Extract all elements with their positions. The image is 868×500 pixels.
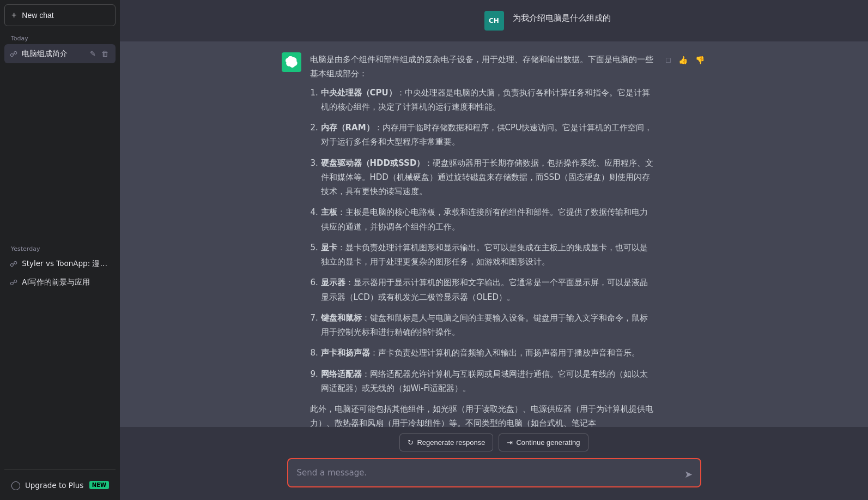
send-button[interactable]: ➤ [682, 466, 695, 483]
list-item: 显示器：显示器用于显示计算机的图形和文字输出。它通常是一个平面显示屏，可以是液晶… [321, 275, 655, 304]
continue-button[interactable]: ⇥ Continue generating [499, 433, 588, 451]
user-avatar: CH [484, 11, 504, 31]
delete-button[interactable]: 🗑 [100, 49, 110, 59]
input-row: ➤ [287, 458, 701, 490]
user-message-content: 为我介绍电脑是什么组成的 [513, 11, 707, 25]
sidebar-item-label: 电脑组成简介 [22, 49, 84, 59]
edit-button[interactable]: ✎ [88, 49, 98, 59]
chat-icon-ai: ☍ [10, 278, 17, 287]
sidebar-bottom: ◯ Upgrade to Plus NEW [4, 469, 116, 496]
list-item: 键盘和鼠标：键盘和鼠标是人与电脑之间的主要输入设备。键盘用于输入文字和命令，鼠标… [321, 311, 655, 340]
sidebar-item-ai-writing[interactable]: ☍ AI写作的前景与应用 [4, 273, 116, 292]
plus-icon: + [11, 10, 16, 20]
upgrade-button[interactable]: ◯ Upgrade to Plus NEW [4, 474, 116, 496]
list-item: 中央处理器（CPU）：中央处理器是电脑的大脑，负责执行各种计算任务和指令。它是计… [321, 86, 655, 115]
user-row-inner: CH 为我介绍电脑是什么组成的 [282, 11, 707, 31]
new-chat-button[interactable]: + New chat [4, 4, 116, 26]
sidebar-item-dian-nao[interactable]: ☍ 电脑组成简介 ✎ 🗑 [4, 44, 116, 63]
regen-icon: ↻ [408, 438, 414, 447]
list-item: 网络适配器：网络适配器允许计算机与互联网或局域网进行通信。它可以是有线的（如以太… [321, 367, 655, 396]
sidebar: + New chat Today ☍ 电脑组成简介 ✎ 🗑 Yesterday … [0, 0, 120, 500]
user-icon: ◯ [11, 480, 21, 490]
copy-button[interactable]: □ [664, 53, 672, 67]
chat-icon: ☍ [10, 50, 17, 58]
ai-list: 中央处理器（CPU）：中央处理器是电脑的大脑，负责执行各种计算任务和指令。它是计… [310, 86, 655, 396]
thumbs-up-button[interactable]: 👍 [676, 53, 690, 67]
today-label: Today [4, 31, 116, 44]
list-item: 声卡和扬声器：声卡负责处理计算机的音频输入和输出，而扬声器用于播放声音和音乐。 [321, 346, 655, 360]
bottom-bar: ↻ Regenerate response ⇥ Continue generat… [120, 427, 868, 501]
new-badge: NEW [89, 481, 109, 489]
chat-icon-styler: ☍ [10, 260, 17, 268]
send-icon: ➤ [684, 469, 693, 480]
ai-intro-text: 电脑是由多个组件和部件组成的复杂电子设备，用于处理、存储和输出数据。下面是电脑的… [310, 52, 655, 81]
regenerate-label: Regenerate response [417, 438, 485, 447]
main-content: CH 为我介绍电脑是什么组成的 电脑是由多个组件和部件组成的复杂电子设备，用于处… [120, 0, 868, 500]
ai-footer-text: 此外，电脑还可能包括其他组件，如光驱（用于读取光盘）、电源供应器（用于为计算机提… [310, 402, 655, 427]
message-input[interactable] [287, 458, 701, 488]
continue-label: Continue generating [516, 438, 580, 447]
ai-row-inner: 电脑是由多个组件和部件组成的复杂电子设备，用于处理、存储和输出数据。下面是电脑的… [282, 52, 707, 427]
continue-icon: ⇥ [507, 438, 513, 447]
ai-avatar [282, 52, 301, 72]
yesterday-label: Yesterday [4, 241, 116, 255]
item-actions: ✎ 🗑 [88, 49, 110, 59]
message-actions: □ 👍 👎 [664, 52, 706, 67]
sidebar-item-label-styler: Styler vs ToonApp: 漫画脸优劣 [22, 259, 110, 269]
user-message-row: CH 为我介绍电脑是什么组成的 [120, 0, 868, 41]
ai-message-row: 电脑是由多个组件和部件组成的复杂电子设备，用于处理、存储和输出数据。下面是电脑的… [120, 41, 868, 427]
ai-message-content: 电脑是由多个组件和部件组成的复杂电子设备，用于处理、存储和输出数据。下面是电脑的… [310, 52, 655, 427]
action-buttons: ↻ Regenerate response ⇥ Continue generat… [399, 433, 588, 451]
sidebar-item-styler[interactable]: ☍ Styler vs ToonApp: 漫画脸优劣 [4, 255, 116, 273]
regenerate-button[interactable]: ↻ Regenerate response [399, 433, 493, 451]
list-item: 显卡：显卡负责处理计算机图形和显示输出。它可以是集成在主板上的集成显卡，也可以是… [321, 240, 655, 269]
chat-content-area: CH 为我介绍电脑是什么组成的 电脑是由多个组件和部件组成的复杂电子设备，用于处… [120, 0, 868, 427]
thumbs-down-button[interactable]: 👎 [693, 53, 707, 67]
new-chat-label: New chat [22, 11, 53, 20]
list-item: 硬盘驱动器（HDD或SSD）：硬盘驱动器用于长期存储数据，包括操作系统、应用程序… [321, 156, 655, 199]
list-item: 内存（RAM）：内存用于临时存储数据和程序，供CPU快速访问。它是计算机的工作空… [321, 121, 655, 149]
list-item: 主板：主板是电脑的核心电路板，承载和连接所有的组件和部件。它提供了数据传输和电力… [321, 205, 655, 234]
upgrade-label: Upgrade to Plus [25, 481, 85, 490]
sidebar-item-label-ai: AI写作的前景与应用 [22, 278, 110, 287]
